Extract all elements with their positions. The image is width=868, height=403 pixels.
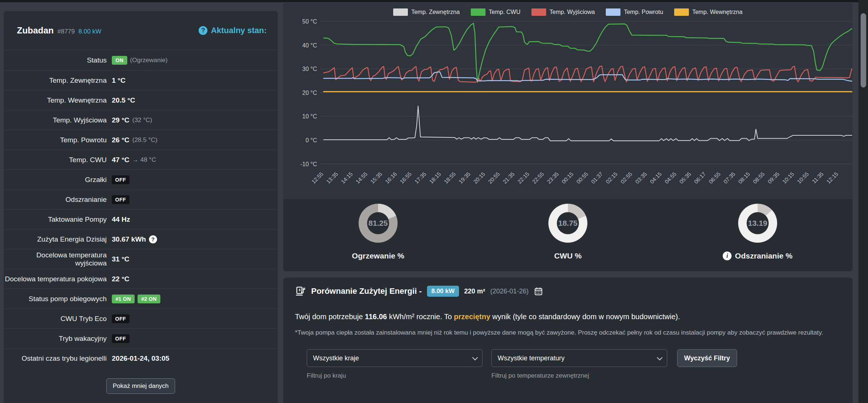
- gauge-value: 13.19: [738, 204, 777, 243]
- svg-text:22:55: 22:55: [531, 171, 545, 185]
- donut-chart: 13.19: [738, 204, 777, 243]
- off-badge: OFF: [112, 334, 129, 343]
- svg-text:0 °C: 0 °C: [306, 137, 317, 143]
- help-circle-icon[interactable]: ?: [199, 26, 207, 35]
- svg-text:11:35: 11:35: [811, 171, 825, 185]
- value-text: 22 °C: [112, 275, 129, 283]
- value-text: 31 °C: [112, 255, 129, 263]
- value-secondary-text: → 48 °C: [132, 156, 156, 164]
- status-row-value: 22 °C: [112, 275, 129, 283]
- value-text: 26 °C: [112, 136, 129, 144]
- svg-text:50 °C: 50 °C: [302, 18, 317, 25]
- value-text: 29 °C: [112, 116, 129, 124]
- legend-item[interactable]: Temp. Wewnętrzna: [674, 8, 743, 16]
- legend-item[interactable]: Temp. CWU: [471, 8, 520, 16]
- svg-text:10:55: 10:55: [796, 171, 810, 185]
- energy-summary-text: Twój dom potrzebuje 116.06 kWh/m² roczni…: [295, 311, 841, 322]
- status-row: Docelowa temperatura wyjściowa31 °C: [4, 249, 278, 269]
- status-row-label: Zużyta Energia Dzisiaj: [4, 235, 107, 243]
- status-row: CWU Tryb EcoOFF: [4, 309, 278, 328]
- vertical-scrollbar-thumb[interactable]: [861, 13, 866, 88]
- svg-text:16:16: 16:16: [384, 171, 398, 185]
- value-text: 20.5 °C: [112, 96, 135, 104]
- svg-text:02:55: 02:55: [619, 171, 634, 185]
- comparison-date: (2026-01-26): [490, 288, 529, 295]
- svg-text:03:35: 03:35: [634, 171, 648, 185]
- svg-text:04:15: 04:15: [649, 171, 663, 185]
- filter-row: Wszystkie kraje Wszystkie temperatury Wy…: [295, 349, 841, 367]
- gauge-value: 81.25: [359, 204, 398, 243]
- summary-text-part: 116.06: [365, 313, 387, 321]
- value-text: 44 Hz: [112, 215, 130, 224]
- status-row-value: 1 °C: [112, 76, 125, 85]
- status-row-value: 44 Hz: [112, 215, 130, 224]
- status-row: Zużyta Energia Dzisiaj30.67 kWh?: [4, 229, 278, 249]
- legend-label: Temp. Wewnętrzna: [692, 9, 743, 15]
- legend-swatch-icon: [471, 8, 485, 16]
- temperature-filter-select[interactable]: Wszystkie temperatury: [491, 349, 667, 367]
- legend-label: Temp. CWU: [489, 9, 520, 15]
- off-badge: OFF: [112, 195, 129, 204]
- chart-card: Temp. ZewnętrznaTemp. CWUTemp. Wyjściowa…: [283, 3, 853, 271]
- gauge-label-text: Ogrzewanie %: [352, 252, 404, 260]
- legend-label: Temp. Wyjściowa: [549, 9, 595, 15]
- status-rows: StatusON(Ogrzewanie)Temp. Zewnętrzna1 °C…: [4, 50, 278, 368]
- status-row: Temp. Powrotu26 °C(28.5 °C): [4, 130, 278, 150]
- status-row: Temp. Wyjściowa29 °C(32 °C): [4, 110, 278, 130]
- svg-text:08:15: 08:15: [737, 171, 751, 185]
- temperature-filter-value: Wszystkie temperatury: [498, 354, 565, 362]
- gauge-label: CWU %: [554, 252, 582, 260]
- country-filter-label: Filtruj po kraju: [307, 372, 491, 379]
- status-row-label: Odszranianie: [4, 196, 107, 204]
- info-circle-icon[interactable]: i: [723, 252, 732, 260]
- status-row-value: ON(Ogrzewanie): [112, 56, 168, 65]
- charging-station-icon: [295, 286, 306, 297]
- value-secondary-text: (Ogrzewanie): [130, 57, 168, 64]
- device-info: Zubadan #8779 8.00 kW: [17, 25, 102, 36]
- value-secondary-text: (32 °C): [132, 117, 152, 124]
- status-row-label: Grzałki: [4, 176, 107, 184]
- vertical-scrollbar-track[interactable]: [858, 0, 868, 403]
- svg-text:40 °C: 40 °C: [302, 42, 317, 49]
- svg-text:07:35: 07:35: [722, 171, 737, 185]
- legend-item[interactable]: Temp. Zewnętrzna: [393, 8, 460, 16]
- legend-swatch-icon: [606, 8, 620, 16]
- status-row-label: Tryb wakacyjny: [4, 335, 107, 343]
- legend-label: Temp. Powrotu: [624, 9, 663, 15]
- gauge-label: iOdszranianie %: [723, 252, 792, 260]
- percentage-gauges: 81.25Ogrzewanie %18.75CWU %13.19iOdszran…: [283, 199, 853, 271]
- status-row-value: 30.67 kWh?: [112, 235, 157, 243]
- gauge-value: 18.75: [548, 204, 587, 243]
- svg-text:05:35: 05:35: [678, 171, 693, 185]
- status-row-value: OFF: [112, 195, 129, 204]
- on-badge: #2 ON: [138, 295, 160, 303]
- svg-text:09:35: 09:35: [766, 171, 781, 185]
- filter-labels: Filtruj po kraju Filtruj po temperaturze…: [295, 372, 841, 379]
- calendar-icon[interactable]: [534, 286, 543, 296]
- svg-text:-10 °C: -10 °C: [300, 161, 317, 167]
- status-row-label: Docelowa temperatura wyjściowa: [4, 251, 107, 267]
- device-power[interactable]: 8.00 kW: [78, 28, 101, 35]
- svg-text:00:15: 00:15: [561, 171, 575, 185]
- power-badge[interactable]: 8.00 kW: [427, 286, 459, 297]
- status-row-value: 31 °C: [112, 255, 129, 263]
- status-row-label: Status: [4, 56, 107, 64]
- energy-footnote: *Twoja pompa ciepła została zainstalowan…: [295, 325, 841, 340]
- show-less-data-button[interactable]: Pokaż mniej danych: [106, 378, 175, 394]
- legend-item[interactable]: Temp. Powrotu: [606, 8, 663, 16]
- svg-text:10 °C: 10 °C: [302, 113, 317, 120]
- status-row-label: Status pomp obiegowych: [4, 295, 107, 303]
- svg-text:15:35: 15:35: [369, 171, 384, 185]
- help-circle-icon[interactable]: ?: [149, 235, 157, 243]
- energy-comparison-card: Porównanie Zużytej Energii - 8.00 kW 220…: [283, 278, 853, 403]
- country-filter-value: Wszystkie kraje: [313, 354, 359, 362]
- temperature-filter-label: Filtruj po temperaturze zewnętrznej: [491, 372, 589, 379]
- legend-swatch-icon: [393, 8, 408, 16]
- chevron-down-icon: [472, 354, 478, 360]
- status-row-value: #1 ON#2 ON: [112, 295, 160, 303]
- legend-item[interactable]: Temp. Wyjściowa: [531, 8, 595, 16]
- country-filter-select[interactable]: Wszystkie kraje: [307, 349, 483, 367]
- chevron-down-icon: [657, 354, 663, 360]
- clear-filters-button[interactable]: Wyczyść Filtry: [677, 349, 737, 367]
- current-state-header: ? Aktualny stan:: [199, 26, 267, 35]
